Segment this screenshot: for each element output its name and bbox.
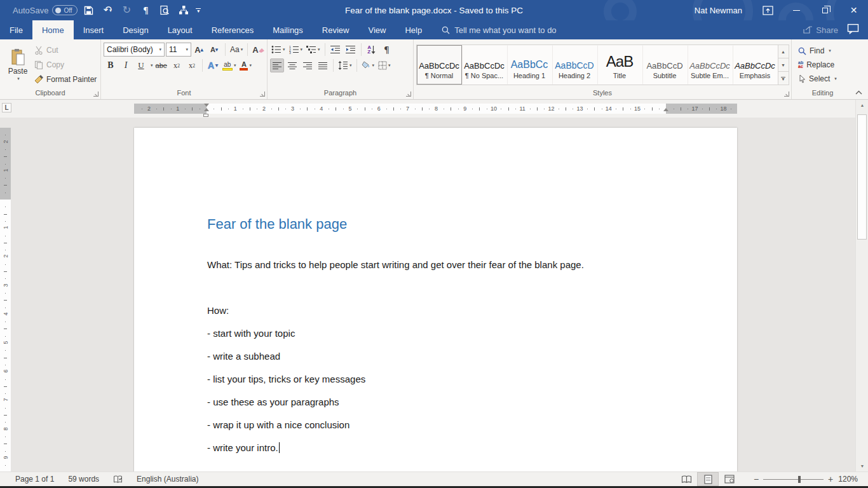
document-paragraph[interactable]: - start with your topic — [207, 322, 737, 345]
change-case-button[interactable]: Aa▾ — [229, 43, 244, 57]
ribbon-display-options-button[interactable] — [754, 0, 782, 20]
tab-file[interactable]: File — [0, 20, 32, 39]
comments-button[interactable] — [847, 24, 859, 36]
underline-dropdown-icon[interactable]: ▾ — [151, 63, 153, 68]
select-button[interactable]: Select▾ — [798, 73, 837, 85]
font-name-combo[interactable]: Calibri (Body)▾ — [104, 43, 165, 57]
undo-button[interactable]: ↶▾ — [99, 2, 116, 18]
font-color-button[interactable]: A▾ — [238, 58, 253, 72]
style-subtle-em-[interactable]: AaBbCcDcSubtle Em... — [688, 45, 733, 85]
strikethrough-button[interactable]: abe — [154, 58, 168, 72]
zoom-out-button[interactable]: − — [749, 474, 763, 484]
autosave-control[interactable]: AutoSave Off — [13, 5, 78, 15]
customize-toolbar-button[interactable]: ▾ — [196, 8, 201, 13]
account-name[interactable]: Nat Newman — [683, 6, 754, 15]
paste-button[interactable]: Paste ▾ — [3, 41, 33, 88]
numbering-button[interactable]: 123▾ — [288, 43, 304, 57]
document-page[interactable]: Fear of the blank page What: Tips and tr… — [134, 128, 737, 471]
tab-stop-selector[interactable]: L — [2, 103, 11, 112]
text-highlight-button[interactable]: ab▾ — [221, 58, 238, 72]
style-subtitle[interactable]: AaBbCcDSubtitle — [642, 45, 688, 85]
find-button[interactable]: Find▾ — [798, 45, 837, 57]
web-layout-button[interactable] — [719, 472, 740, 486]
document-paragraph[interactable] — [207, 276, 737, 299]
scroll-down-button[interactable]: ▼ — [856, 461, 868, 471]
style-emphasis[interactable]: AaBbCcDcEmphasis — [733, 45, 778, 85]
flowchart-button[interactable] — [175, 2, 192, 18]
style-heading-1[interactable]: AaBbCcHeading 1 — [507, 45, 552, 85]
replace-button[interactable]: abac Replace — [798, 59, 837, 71]
cut-button[interactable]: Cut — [34, 44, 97, 57]
format-painter-button[interactable]: Format Painter — [34, 73, 97, 86]
grow-font-button[interactable]: A▲ — [193, 43, 207, 57]
minimize-button[interactable] — [782, 0, 811, 20]
style-heading-2[interactable]: AaBbCcDHeading 2 — [552, 45, 597, 85]
document-paragraph[interactable]: - list your tips, tricks or key messages — [207, 368, 737, 391]
styles-more-button[interactable]: ▼ — [778, 72, 789, 85]
tab-insert[interactable]: Insert — [74, 20, 114, 39]
zoom-in-button[interactable]: + — [824, 474, 837, 484]
paragraph-dialog-launcher[interactable] — [406, 92, 411, 97]
align-right-button[interactable] — [301, 58, 315, 72]
line-spacing-button[interactable]: ▾ — [337, 58, 353, 72]
bold-button[interactable]: B — [104, 58, 118, 72]
tab-design[interactable]: Design — [113, 20, 158, 39]
tab-references[interactable]: References — [202, 20, 263, 39]
autosave-toggle[interactable]: Off — [52, 5, 78, 15]
document-paragraph[interactable]: - write your intro. — [207, 437, 737, 459]
document-paragraph[interactable]: How: — [207, 299, 737, 322]
tab-view[interactable]: View — [358, 20, 395, 39]
tab-mailings[interactable]: Mailings — [263, 20, 313, 39]
document-paragraph[interactable]: - write a subhead — [207, 345, 737, 368]
underline-button[interactable]: U — [134, 58, 148, 72]
text-effects-button[interactable]: A▾ — [206, 58, 220, 72]
styles-dialog-launcher[interactable] — [784, 92, 789, 97]
share-button[interactable]: Share — [803, 25, 838, 35]
print-preview-button[interactable] — [156, 2, 173, 18]
borders-button[interactable]: ▾ — [377, 58, 392, 72]
document-body[interactable]: What: Tips and tricks to help people sta… — [207, 254, 737, 459]
clipboard-dialog-launcher[interactable] — [93, 92, 98, 97]
font-size-combo[interactable]: 11▾ — [166, 43, 191, 57]
align-left-button[interactable] — [270, 58, 284, 72]
zoom-slider[interactable] — [763, 479, 824, 480]
italic-button[interactable]: I — [119, 58, 133, 72]
styles-scroll-down-button[interactable]: ▼ — [778, 58, 789, 72]
word-count[interactable]: 59 words — [61, 472, 106, 486]
redo-button[interactable]: ↻ — [118, 2, 135, 18]
tab-review[interactable]: Review — [313, 20, 359, 39]
styles-scroll-up-button[interactable]: ▲ — [778, 45, 789, 58]
sort-button[interactable]: AZ — [365, 43, 379, 57]
tell-me-search[interactable]: Tell me what you want to do — [442, 20, 556, 39]
shrink-font-button[interactable]: A▼ — [208, 43, 222, 57]
tab-layout[interactable]: Layout — [158, 20, 202, 39]
zoom-percentage[interactable]: 120% — [837, 475, 868, 484]
font-dialog-launcher[interactable] — [260, 92, 265, 97]
clear-formatting-button[interactable]: A — [251, 43, 265, 57]
left-indent-marker[interactable] — [203, 114, 208, 117]
read-mode-button[interactable] — [675, 472, 697, 486]
tab-help[interactable]: Help — [395, 20, 431, 39]
copy-button[interactable]: Copy — [34, 58, 97, 71]
show-hide-button[interactable]: ¶ — [380, 43, 394, 57]
style-title[interactable]: AaBTitle — [597, 45, 642, 85]
align-center-button[interactable] — [285, 58, 299, 72]
save-button[interactable] — [80, 2, 97, 18]
document-heading[interactable]: Fear of the blank page — [207, 216, 737, 233]
hanging-indent-marker[interactable] — [204, 108, 209, 111]
decrease-indent-button[interactable] — [329, 43, 342, 57]
language-indicator[interactable]: English (Australia) — [130, 472, 205, 486]
document-paragraph[interactable]: What: Tips and tricks to help people sta… — [207, 254, 737, 276]
show-formatting-button[interactable]: ¶ — [137, 2, 154, 18]
page-indicator[interactable]: Page 1 of 1 — [0, 472, 61, 486]
first-line-indent-marker[interactable] — [204, 104, 209, 107]
justify-button[interactable] — [316, 58, 330, 72]
scrollbar-thumb[interactable] — [857, 114, 867, 240]
style--no-spac-[interactable]: AaBbCcDc¶ No Spac... — [462, 45, 507, 85]
restore-button[interactable] — [811, 0, 839, 20]
vertical-scrollbar[interactable]: ▲ ▼ — [855, 100, 868, 471]
document-paragraph[interactable]: - wrap it up with a nice conclusion — [207, 414, 737, 437]
print-layout-button[interactable] — [697, 472, 719, 486]
proofing-status[interactable] — [106, 472, 130, 486]
scroll-up-button[interactable]: ▲ — [856, 100, 868, 111]
